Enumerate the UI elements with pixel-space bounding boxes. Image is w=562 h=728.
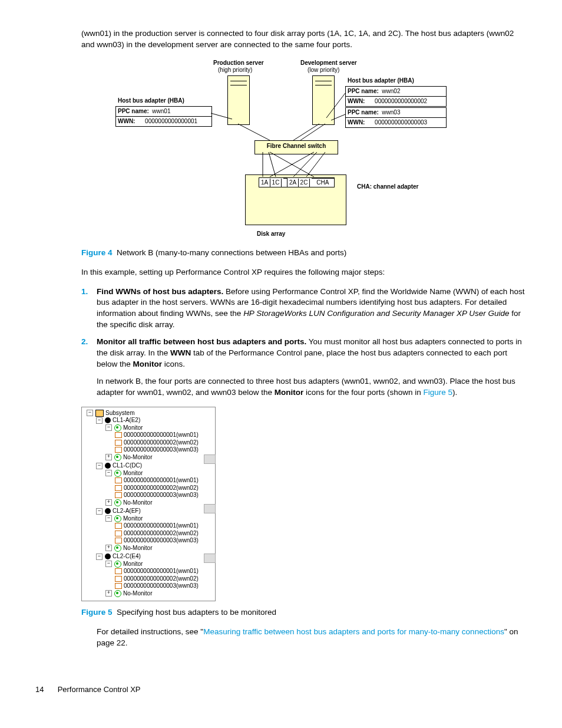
tree-monitor[interactable]: −Monitor xyxy=(83,561,214,568)
tree-hba-item[interactable]: 0000000000000003(wwn03) xyxy=(83,446,214,454)
hba1-table: PPC name: wwn01 WWN: 0000000000000001 xyxy=(115,106,212,127)
tree-hba-item[interactable]: 0000000000000001(wwn01) xyxy=(83,431,214,439)
scrollbar-stub[interactable] xyxy=(204,554,216,563)
tree-hba-item[interactable]: 0000000000000002(wwn02) xyxy=(83,530,214,538)
tree-nomonitor[interactable]: +No-Monitor xyxy=(83,590,214,598)
hba-icon xyxy=(115,538,122,543)
prod-priority-label: (high priority) xyxy=(218,66,252,74)
nomonitor-icon xyxy=(114,454,121,461)
dev-server-box xyxy=(312,75,335,125)
tree-nomonitor[interactable]: +No-Monitor xyxy=(83,545,214,552)
slot-1a: 1A xyxy=(259,179,270,187)
fig4-caption-text: Network B (many-to-many connections betw… xyxy=(117,248,346,257)
hba-icon xyxy=(115,531,122,536)
fig5-caption-text: Specifying host bus adapters to be monit… xyxy=(117,608,276,617)
tree-hba-item[interactable]: 0000000000000003(wwn03) xyxy=(83,537,214,545)
step-2-number: 2. xyxy=(81,337,88,348)
tree-monitor[interactable]: −Monitor xyxy=(83,515,214,523)
ppc-label-2: PPC name: xyxy=(348,88,379,94)
fc-switch-box: Fibre Channel switch xyxy=(254,140,338,154)
svg-line-8 xyxy=(293,152,317,177)
tree-hba-item[interactable]: 0000000000000002(wwn02) xyxy=(83,575,214,583)
dev-priority-label: (low priority) xyxy=(308,66,339,74)
step-1: 1. Find WWNs of host bus adapters. Befor… xyxy=(81,286,527,331)
cha-note: CHA: channel adapter xyxy=(357,183,418,191)
collapse-icon[interactable]: − xyxy=(105,470,112,476)
svg-line-10 xyxy=(270,152,314,177)
expand-icon[interactable]: + xyxy=(105,590,112,597)
collapse-icon[interactable]: − xyxy=(96,417,103,424)
after-fig5-a: For detailed instructions, see " xyxy=(97,627,203,636)
svg-line-7 xyxy=(269,152,276,177)
hba2-wwn: 0000000000000002 xyxy=(375,98,427,104)
slot-1c: 1C xyxy=(270,179,282,187)
step-2-para2-c: ). xyxy=(452,388,457,397)
hba-icon xyxy=(115,440,122,446)
tree-hba-item[interactable]: 0000000000000001(wwn01) xyxy=(83,568,214,575)
scrollbar-stub[interactable] xyxy=(204,454,216,464)
tree-port[interactable]: −CL1-A(E2) xyxy=(83,417,214,424)
fig4-label: Figure 4 xyxy=(81,248,113,257)
hba2-table: PPC name: wwn02 WWN: 0000000000000002 xyxy=(345,86,447,107)
figure-4-caption: Figure 4 Network B (many-to-many connect… xyxy=(81,248,527,259)
expand-icon[interactable]: + xyxy=(105,454,112,460)
svg-line-4 xyxy=(293,124,319,140)
hba1-ppc: wwn01 xyxy=(152,108,170,114)
collapse-icon[interactable]: − xyxy=(96,463,103,469)
tree-port[interactable]: −CL2-A(EF) xyxy=(83,508,214,515)
wwn-label-3: WWN: xyxy=(348,119,365,126)
measuring-traffic-link[interactable]: Measuring traffic between host bus adapt… xyxy=(203,627,504,636)
collapse-icon[interactable]: − xyxy=(96,554,103,560)
tree-hba-item[interactable]: 0000000000000001(wwn01) xyxy=(83,522,214,530)
tree-port[interactable]: −CL1-C(DC) xyxy=(83,462,214,470)
collapse-icon[interactable]: − xyxy=(87,410,93,416)
svg-line-11 xyxy=(270,152,314,177)
tree-hba-item[interactable]: 0000000000000002(wwn02) xyxy=(83,439,214,447)
svg-line-3 xyxy=(238,124,270,140)
after-fig5-para: For detailed instructions, see "Measurin… xyxy=(97,627,527,649)
hba2-ppc: wwn02 xyxy=(382,88,400,94)
figure-4-diagram: Production server (high priority) Develo… xyxy=(81,59,500,242)
hba-icon xyxy=(115,477,122,483)
tree-nomonitor[interactable]: +No-Monitor xyxy=(83,499,214,507)
collapse-icon[interactable]: − xyxy=(96,508,103,515)
tree-monitor[interactable]: −Monitor xyxy=(83,470,214,477)
figure-5-caption: Figure 5 Specifying host bus adapters to… xyxy=(81,607,527,618)
tree-nomonitor[interactable]: +No-Monitor xyxy=(83,454,214,462)
expand-icon[interactable]: + xyxy=(105,545,112,551)
expand-icon[interactable]: + xyxy=(105,499,112,506)
monitor-icon xyxy=(114,470,121,477)
tree-hba-item[interactable]: 0000000000000002(wwn02) xyxy=(83,485,214,492)
monitor-icon xyxy=(114,424,121,431)
hba3-wwn: 0000000000000003 xyxy=(375,119,427,126)
tree-hba-item[interactable]: 0000000000000003(wwn03) xyxy=(83,492,214,499)
collapse-icon[interactable]: − xyxy=(105,515,112,522)
intro-paragraph: (wwn01) in the production server is conn… xyxy=(81,28,527,51)
page-number: 14 xyxy=(35,684,55,695)
subsystem-icon xyxy=(95,410,104,417)
hba-icon xyxy=(115,576,122,582)
hba1-wwn: 0000000000000001 xyxy=(145,118,197,124)
hba-icon xyxy=(115,432,122,438)
tree-hba-item[interactable]: 0000000000000003(wwn03) xyxy=(83,582,214,590)
collapse-icon[interactable]: − xyxy=(105,561,112,567)
figure-5-link[interactable]: Figure 5 xyxy=(424,388,453,397)
collapse-icon[interactable]: − xyxy=(105,424,112,431)
nomonitor-icon xyxy=(114,499,121,506)
page-footer: 14 Performance Control XP xyxy=(35,684,527,695)
wwn-label-2: WWN: xyxy=(348,98,365,104)
tree-hba-item[interactable]: 0000000000000001(wwn01) xyxy=(83,477,214,485)
port-icon xyxy=(105,554,111,559)
scrollbar-stub[interactable] xyxy=(204,504,216,513)
slot-2a: 2A xyxy=(287,179,299,187)
hba-icon xyxy=(115,583,122,589)
svg-line-9 xyxy=(306,152,325,177)
hba-icon xyxy=(115,485,122,491)
monitor-icon xyxy=(114,515,121,522)
tree-port[interactable]: −CL2-C(E4) xyxy=(83,553,214,561)
tree-monitor[interactable]: −Monitor xyxy=(83,424,214,432)
cha-2: CHA xyxy=(312,178,334,187)
port-icon xyxy=(105,463,111,469)
step-2-lead: Monitor all traffic between host bus ada… xyxy=(97,337,306,346)
step-2-para2-b: icons for the four ports (shown in xyxy=(303,388,423,397)
